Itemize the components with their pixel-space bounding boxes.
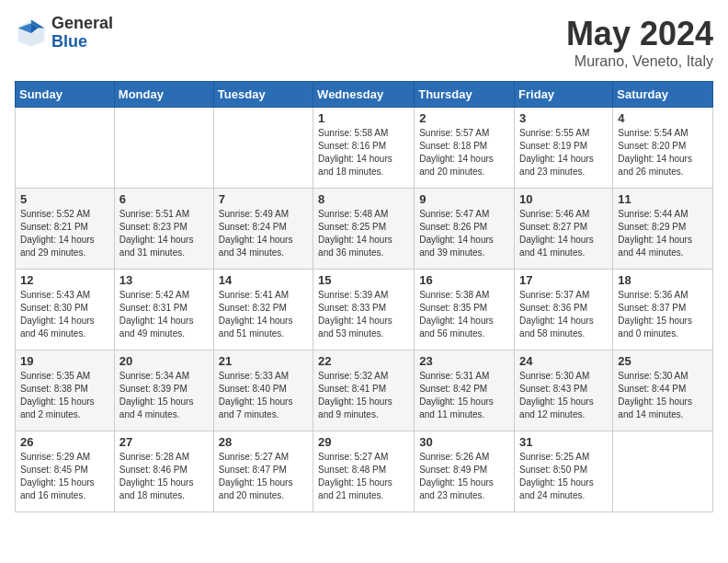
calendar-table: SundayMondayTuesdayWednesdayThursdayFrid… [15, 81, 713, 512]
day-number: 29 [318, 435, 409, 449]
calendar-cell: 21Sunrise: 5:33 AM Sunset: 8:40 PM Dayli… [213, 350, 313, 431]
logo-text: General Blue [51, 15, 113, 52]
day-number: 10 [519, 192, 608, 206]
weekday-header: Tuesday [213, 82, 313, 108]
calendar-cell: 31Sunrise: 5:25 AM Sunset: 8:50 PM Dayli… [515, 431, 613, 512]
weekday-header: Saturday [613, 82, 713, 108]
day-info: Sunrise: 5:27 AM Sunset: 8:47 PM Dayligh… [219, 451, 308, 502]
calendar-week-row: 1Sunrise: 5:58 AM Sunset: 8:16 PM Daylig… [16, 108, 713, 189]
page-header: General Blue May 2024 Murano, Veneto, It… [15, 15, 713, 70]
calendar-cell: 9Sunrise: 5:47 AM Sunset: 8:26 PM Daylig… [415, 189, 515, 270]
calendar-cell: 3Sunrise: 5:55 AM Sunset: 8:19 PM Daylig… [515, 108, 613, 189]
day-info: Sunrise: 5:39 AM Sunset: 8:33 PM Dayligh… [318, 289, 409, 340]
calendar-week-row: 5Sunrise: 5:52 AM Sunset: 8:21 PM Daylig… [16, 189, 713, 270]
calendar-cell: 17Sunrise: 5:37 AM Sunset: 8:36 PM Dayli… [515, 270, 613, 350]
day-info: Sunrise: 5:34 AM Sunset: 8:39 PM Dayligh… [119, 370, 209, 421]
title-block: May 2024 Murano, Veneto, Italy [566, 15, 713, 70]
logo-icon [15, 17, 48, 50]
day-number: 2 [419, 111, 509, 125]
day-number: 18 [618, 273, 708, 287]
day-number: 14 [219, 273, 308, 287]
day-number: 24 [519, 354, 608, 368]
calendar-cell: 1Sunrise: 5:58 AM Sunset: 8:16 PM Daylig… [313, 108, 415, 189]
day-info: Sunrise: 5:35 AM Sunset: 8:38 PM Dayligh… [20, 370, 109, 421]
calendar-cell: 2Sunrise: 5:57 AM Sunset: 8:18 PM Daylig… [415, 108, 515, 189]
day-number: 7 [219, 192, 308, 206]
day-number: 17 [519, 273, 608, 287]
day-info: Sunrise: 5:42 AM Sunset: 8:31 PM Dayligh… [119, 289, 209, 340]
day-info: Sunrise: 5:52 AM Sunset: 8:21 PM Dayligh… [20, 208, 109, 259]
day-number: 16 [419, 273, 509, 287]
calendar-cell: 26Sunrise: 5:29 AM Sunset: 8:45 PM Dayli… [16, 431, 115, 512]
day-info: Sunrise: 5:43 AM Sunset: 8:30 PM Dayligh… [20, 289, 109, 340]
weekday-header: Monday [114, 82, 213, 108]
logo-general-text: General [51, 15, 113, 33]
day-info: Sunrise: 5:25 AM Sunset: 8:50 PM Dayligh… [519, 451, 608, 502]
logo: General Blue [15, 15, 113, 52]
day-number: 3 [519, 111, 608, 125]
day-number: 9 [419, 192, 509, 206]
month-title: May 2024 [566, 15, 713, 53]
calendar-cell [213, 108, 313, 189]
day-number: 26 [20, 435, 109, 449]
calendar-cell: 11Sunrise: 5:44 AM Sunset: 8:29 PM Dayli… [613, 189, 713, 270]
day-info: Sunrise: 5:30 AM Sunset: 8:43 PM Dayligh… [519, 370, 608, 421]
day-info: Sunrise: 5:46 AM Sunset: 8:27 PM Dayligh… [519, 208, 608, 259]
day-number: 31 [519, 435, 608, 449]
calendar-cell: 16Sunrise: 5:38 AM Sunset: 8:35 PM Dayli… [415, 270, 515, 350]
day-info: Sunrise: 5:57 AM Sunset: 8:18 PM Dayligh… [419, 127, 509, 178]
day-number: 21 [219, 354, 308, 368]
calendar-cell: 4Sunrise: 5:54 AM Sunset: 8:20 PM Daylig… [613, 108, 713, 189]
day-number: 15 [318, 273, 409, 287]
calendar-cell: 18Sunrise: 5:36 AM Sunset: 8:37 PM Dayli… [613, 270, 713, 350]
day-info: Sunrise: 5:49 AM Sunset: 8:24 PM Dayligh… [219, 208, 308, 259]
day-number: 5 [20, 192, 109, 206]
day-number: 4 [618, 111, 708, 125]
calendar-cell [114, 108, 213, 189]
calendar-header-row: SundayMondayTuesdayWednesdayThursdayFrid… [16, 82, 713, 108]
calendar-cell: 15Sunrise: 5:39 AM Sunset: 8:33 PM Dayli… [313, 270, 415, 350]
day-number: 6 [119, 192, 209, 206]
calendar-cell: 27Sunrise: 5:28 AM Sunset: 8:46 PM Dayli… [114, 431, 213, 512]
calendar-cell: 8Sunrise: 5:48 AM Sunset: 8:25 PM Daylig… [313, 189, 415, 270]
day-info: Sunrise: 5:26 AM Sunset: 8:49 PM Dayligh… [419, 451, 509, 502]
calendar-week-row: 26Sunrise: 5:29 AM Sunset: 8:45 PM Dayli… [16, 431, 713, 512]
day-number: 22 [318, 354, 409, 368]
calendar-cell: 14Sunrise: 5:41 AM Sunset: 8:32 PM Dayli… [213, 270, 313, 350]
calendar-cell: 25Sunrise: 5:30 AM Sunset: 8:44 PM Dayli… [613, 350, 713, 431]
day-info: Sunrise: 5:29 AM Sunset: 8:45 PM Dayligh… [20, 451, 109, 502]
calendar-cell: 24Sunrise: 5:30 AM Sunset: 8:43 PM Dayli… [515, 350, 613, 431]
calendar-cell: 23Sunrise: 5:31 AM Sunset: 8:42 PM Dayli… [415, 350, 515, 431]
calendar-cell: 7Sunrise: 5:49 AM Sunset: 8:24 PM Daylig… [213, 189, 313, 270]
calendar-cell: 22Sunrise: 5:32 AM Sunset: 8:41 PM Dayli… [313, 350, 415, 431]
day-info: Sunrise: 5:31 AM Sunset: 8:42 PM Dayligh… [419, 370, 509, 421]
calendar-cell [16, 108, 115, 189]
calendar-cell: 29Sunrise: 5:27 AM Sunset: 8:48 PM Dayli… [313, 431, 415, 512]
day-info: Sunrise: 5:32 AM Sunset: 8:41 PM Dayligh… [318, 370, 409, 421]
day-info: Sunrise: 5:28 AM Sunset: 8:46 PM Dayligh… [119, 451, 209, 502]
location-title: Murano, Veneto, Italy [566, 53, 713, 70]
calendar-cell: 5Sunrise: 5:52 AM Sunset: 8:21 PM Daylig… [16, 189, 115, 270]
calendar-cell: 19Sunrise: 5:35 AM Sunset: 8:38 PM Dayli… [16, 350, 115, 431]
calendar-week-row: 19Sunrise: 5:35 AM Sunset: 8:38 PM Dayli… [16, 350, 713, 431]
day-info: Sunrise: 5:41 AM Sunset: 8:32 PM Dayligh… [219, 289, 308, 340]
calendar-cell: 20Sunrise: 5:34 AM Sunset: 8:39 PM Dayli… [114, 350, 213, 431]
day-info: Sunrise: 5:51 AM Sunset: 8:23 PM Dayligh… [119, 208, 209, 259]
day-number: 28 [219, 435, 308, 449]
day-number: 8 [318, 192, 409, 206]
logo-blue-text: Blue [51, 33, 113, 52]
day-info: Sunrise: 5:55 AM Sunset: 8:19 PM Dayligh… [519, 127, 608, 178]
calendar-cell: 28Sunrise: 5:27 AM Sunset: 8:47 PM Dayli… [213, 431, 313, 512]
day-number: 1 [318, 111, 409, 125]
calendar-cell: 10Sunrise: 5:46 AM Sunset: 8:27 PM Dayli… [515, 189, 613, 270]
calendar-cell: 30Sunrise: 5:26 AM Sunset: 8:49 PM Dayli… [415, 431, 515, 512]
calendar-week-row: 12Sunrise: 5:43 AM Sunset: 8:30 PM Dayli… [16, 270, 713, 350]
calendar-cell: 6Sunrise: 5:51 AM Sunset: 8:23 PM Daylig… [114, 189, 213, 270]
day-info: Sunrise: 5:33 AM Sunset: 8:40 PM Dayligh… [219, 370, 308, 421]
day-info: Sunrise: 5:27 AM Sunset: 8:48 PM Dayligh… [318, 451, 409, 502]
calendar-cell: 13Sunrise: 5:42 AM Sunset: 8:31 PM Dayli… [114, 270, 213, 350]
day-number: 20 [119, 354, 209, 368]
weekday-header: Thursday [415, 82, 515, 108]
day-number: 13 [119, 273, 209, 287]
day-info: Sunrise: 5:37 AM Sunset: 8:36 PM Dayligh… [519, 289, 608, 340]
